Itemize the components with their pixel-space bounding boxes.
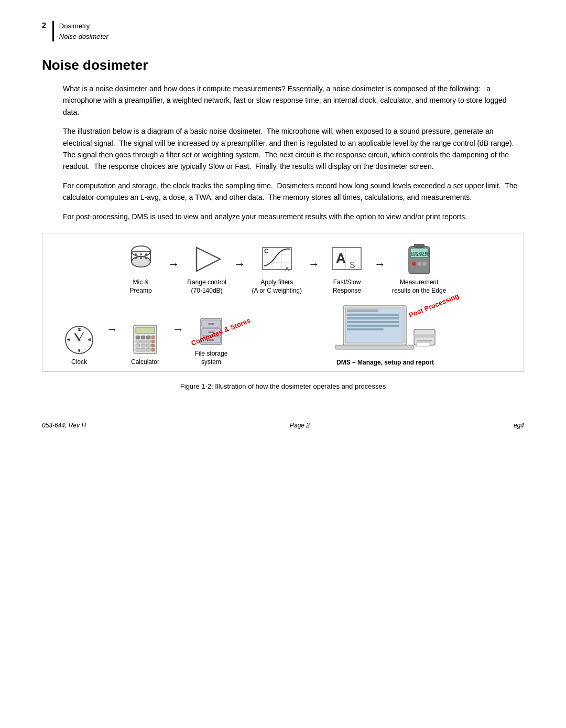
svg-point-6 <box>135 257 137 259</box>
svg-text:S: S <box>350 261 355 270</box>
svg-text:3: 3 <box>89 338 91 341</box>
svg-rect-47 <box>136 340 140 343</box>
footer-right: eg4 <box>514 422 524 429</box>
clock-item: 12 6 9 3 Clock <box>58 324 100 367</box>
measurement-item: LTWA 90.9 dB DOSE 966.2% Measurementresu… <box>392 244 446 295</box>
svg-rect-42 <box>136 327 155 334</box>
page-footer: 053-644, Rev H Page 2 eg4 <box>42 422 524 429</box>
svg-rect-53 <box>146 344 150 347</box>
svg-text:DOSE  966.2%: DOSE 966.2% <box>411 253 429 256</box>
arrow-4: → <box>374 258 386 271</box>
bottom-diagram-row: 12 6 9 3 Clock → <box>58 303 513 366</box>
svg-rect-55 <box>136 348 145 351</box>
svg-point-7 <box>140 257 142 259</box>
svg-point-4 <box>140 253 142 255</box>
calculator-label: Calculator <box>131 358 159 367</box>
paragraph-2: The illustration below is a diagram of a… <box>63 125 524 173</box>
measurement-label: Measurementresults on the Edge <box>392 279 446 295</box>
breadcrumb-main: Dosimetry <box>59 21 108 31</box>
page-number: 2 <box>42 21 46 41</box>
svg-point-3 <box>135 253 137 255</box>
svg-rect-49 <box>146 340 150 343</box>
svg-rect-57 <box>151 348 155 351</box>
svg-rect-45 <box>146 336 150 339</box>
svg-text:C: C <box>264 248 269 255</box>
svg-rect-73 <box>335 345 414 349</box>
svg-point-28 <box>414 244 424 248</box>
section-title: Noise dosimeter <box>42 57 524 73</box>
svg-rect-54 <box>151 344 155 347</box>
svg-rect-52 <box>141 344 145 347</box>
svg-marker-9 <box>197 248 220 271</box>
range-control-item: Range control(70-140dB) <box>186 244 228 295</box>
svg-point-8 <box>145 257 147 259</box>
diagram-wrapper: Mic &Preamp → Range control(70-140dB) → <box>53 244 513 366</box>
arrow-2: → <box>234 258 246 271</box>
diagram-box: Mic &Preamp → Range control(70-140dB) → <box>42 233 524 372</box>
svg-point-40 <box>78 339 80 341</box>
svg-rect-67 <box>347 309 378 312</box>
arrow-3: → <box>308 258 320 271</box>
range-control-label: Range control(70-140dB) <box>187 279 226 295</box>
measurement-icon: LTWA 90.9 dB DOSE 966.2% <box>401 244 438 275</box>
fast-slow-item: A S Fast/SlowResponse <box>326 244 368 295</box>
svg-text:6: 6 <box>78 348 80 352</box>
svg-rect-68 <box>347 314 399 316</box>
dms-area: DMS – Manage, setup and report <box>257 303 513 366</box>
arrow-5: → <box>106 323 118 336</box>
mic-preamp-label: Mic &Preamp <box>130 279 152 295</box>
range-control-icon <box>189 244 225 275</box>
svg-rect-50 <box>151 340 155 343</box>
svg-rect-46 <box>151 336 155 339</box>
footer-center: Page 2 <box>290 422 310 429</box>
svg-rect-72 <box>347 328 384 330</box>
svg-rect-62 <box>208 323 214 325</box>
svg-rect-44 <box>141 336 145 339</box>
svg-rect-51 <box>136 344 140 347</box>
breadcrumb-sub: Noise dosimeter <box>59 31 108 42</box>
fast-slow-icon: A S <box>329 244 365 275</box>
clock-label: Clock <box>71 358 87 367</box>
paragraph-1: What is a noise dosimeter and how does i… <box>63 83 524 118</box>
apply-filters-label: Apply filters(A or C weighting) <box>252 279 302 295</box>
dms-label: DMS – Manage, setup and report <box>336 359 434 366</box>
svg-point-27 <box>422 262 427 266</box>
breadcrumb: Dosimetry Noise dosimeter <box>52 21 108 41</box>
svg-point-5 <box>145 253 147 255</box>
page-header: 2 Dosimetry Noise dosimeter <box>42 21 524 41</box>
svg-rect-77 <box>417 342 430 347</box>
fast-slow-label: Fast/SlowResponse <box>333 279 361 295</box>
svg-point-25 <box>412 262 416 266</box>
calculator-item: Calculator <box>124 324 166 367</box>
svg-rect-71 <box>347 325 399 327</box>
footer-left: 053-644, Rev H <box>42 422 86 429</box>
svg-rect-76 <box>417 340 432 341</box>
calculator-icon <box>127 324 164 355</box>
svg-rect-70 <box>347 321 399 323</box>
svg-rect-56 <box>146 348 150 351</box>
svg-text:12: 12 <box>78 328 82 331</box>
paragraph-4: For post-processing, DMS is used to view… <box>63 211 524 222</box>
figure-caption: Figure 1-2: Illustration of how the dosi… <box>42 382 524 390</box>
clock-icon: 12 6 9 3 <box>61 324 97 355</box>
arrow-6: → <box>172 323 184 336</box>
svg-rect-69 <box>347 317 399 319</box>
file-storage-label: File storagesystem <box>195 350 228 366</box>
apply-filters-item: C Λ Apply filters(A or C weighting) <box>252 244 302 295</box>
arrow-1: → <box>168 258 180 271</box>
svg-text:9: 9 <box>68 338 70 341</box>
apply-filters-icon: C Λ <box>258 244 295 275</box>
svg-rect-75 <box>414 335 435 337</box>
svg-text:Λ: Λ <box>285 266 289 272</box>
svg-rect-48 <box>141 340 145 343</box>
paragraph-3: For computation and storage, the clock t… <box>63 180 524 204</box>
mic-preamp-icon <box>123 244 159 275</box>
top-diagram-row: Mic &Preamp → Range control(70-140dB) → <box>53 244 513 295</box>
svg-text:A: A <box>336 250 346 266</box>
mic-preamp-item: Mic &Preamp <box>120 244 162 295</box>
svg-point-26 <box>417 262 421 266</box>
svg-rect-43 <box>136 336 140 339</box>
